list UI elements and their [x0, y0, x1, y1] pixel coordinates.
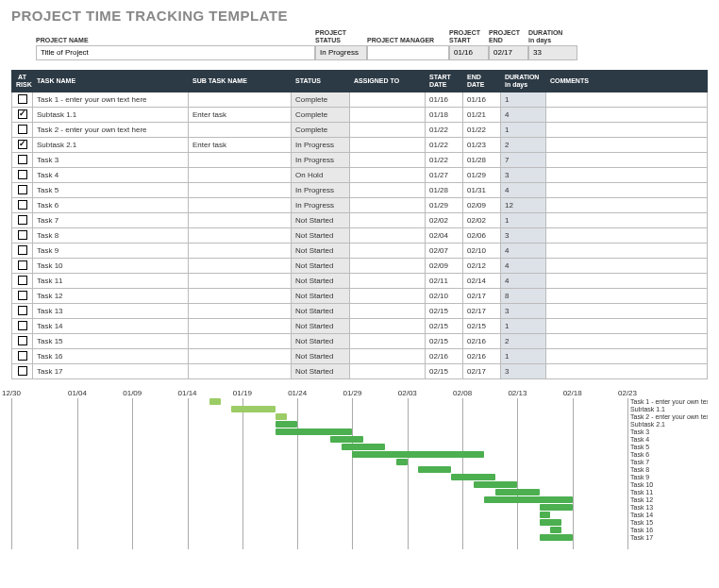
status-cell[interactable]: In Progress: [292, 182, 350, 197]
task-name-cell[interactable]: Task 12: [33, 288, 189, 303]
subtask-cell[interactable]: [189, 122, 292, 137]
assigned-cell[interactable]: [350, 348, 426, 363]
end-cell[interactable]: 01/28: [463, 152, 501, 167]
end-cell[interactable]: 01/31: [463, 182, 501, 197]
status-cell[interactable]: Not Started: [292, 318, 350, 333]
status-cell[interactable]: Not Started: [292, 288, 350, 303]
comments-cell[interactable]: [546, 318, 708, 333]
at-risk-cell[interactable]: [12, 348, 33, 363]
subtask-cell[interactable]: [189, 212, 292, 227]
checkbox-icon[interactable]: [18, 109, 27, 119]
comments-cell[interactable]: [546, 333, 708, 348]
end-cell[interactable]: 02/17: [463, 288, 501, 303]
comments-cell[interactable]: [546, 137, 708, 152]
at-risk-cell[interactable]: [12, 288, 33, 303]
at-risk-cell[interactable]: [12, 197, 33, 212]
status-cell[interactable]: Complete: [292, 92, 350, 107]
comments-cell[interactable]: [546, 303, 708, 318]
comments-cell[interactable]: [546, 273, 708, 288]
task-name-cell[interactable]: Subtask 2.1: [33, 137, 189, 152]
subtask-cell[interactable]: Enter task: [189, 137, 292, 152]
checkbox-icon[interactable]: [18, 336, 27, 345]
at-risk-cell[interactable]: [12, 258, 33, 273]
start-cell[interactable]: 01/29: [426, 197, 463, 212]
status-cell[interactable]: Not Started: [292, 348, 350, 363]
meta-value-name[interactable]: Title of Project: [36, 45, 315, 60]
task-name-cell[interactable]: Task 2 - enter your own text here: [33, 122, 189, 137]
task-name-cell[interactable]: Subtask 1.1: [33, 107, 189, 122]
subtask-cell[interactable]: [189, 288, 292, 303]
start-cell[interactable]: 01/22: [426, 137, 463, 152]
start-cell[interactable]: 01/28: [426, 182, 463, 197]
task-name-cell[interactable]: Task 6: [33, 197, 189, 212]
subtask-cell[interactable]: [189, 243, 292, 258]
start-cell[interactable]: 02/10: [426, 288, 463, 303]
end-cell[interactable]: 02/10: [463, 243, 501, 258]
assigned-cell[interactable]: [350, 137, 426, 152]
checkbox-icon[interactable]: [18, 94, 27, 104]
assigned-cell[interactable]: [350, 152, 426, 167]
at-risk-cell[interactable]: [12, 122, 33, 137]
end-cell[interactable]: 01/16: [463, 92, 501, 107]
assigned-cell[interactable]: [350, 243, 426, 258]
end-cell[interactable]: 02/16: [463, 348, 501, 363]
start-cell[interactable]: 01/27: [426, 167, 463, 182]
subtask-cell[interactable]: [189, 303, 292, 318]
status-cell[interactable]: In Progress: [292, 137, 350, 152]
assigned-cell[interactable]: [350, 318, 426, 333]
subtask-cell[interactable]: [189, 167, 292, 182]
assigned-cell[interactable]: [350, 212, 426, 227]
start-cell[interactable]: 02/15: [426, 318, 463, 333]
at-risk-cell[interactable]: [12, 182, 33, 197]
status-cell[interactable]: In Progress: [292, 152, 350, 167]
comments-cell[interactable]: [546, 243, 708, 258]
task-name-cell[interactable]: Task 5: [33, 182, 189, 197]
checkbox-icon[interactable]: [18, 215, 27, 225]
end-cell[interactable]: 02/16: [463, 333, 501, 348]
status-cell[interactable]: Not Started: [292, 303, 350, 318]
start-cell[interactable]: 02/11: [426, 273, 463, 288]
comments-cell[interactable]: [546, 107, 708, 122]
status-cell[interactable]: Complete: [292, 122, 350, 137]
start-cell[interactable]: 01/22: [426, 122, 463, 137]
status-cell[interactable]: Not Started: [292, 227, 350, 243]
checkbox-icon[interactable]: [18, 200, 27, 210]
comments-cell[interactable]: [546, 212, 708, 227]
comments-cell[interactable]: [546, 152, 708, 167]
checkbox-icon[interactable]: [18, 321, 27, 330]
comments-cell[interactable]: [546, 258, 708, 273]
start-cell[interactable]: 02/15: [426, 363, 463, 378]
task-name-cell[interactable]: Task 16: [33, 348, 189, 363]
meta-value-status[interactable]: In Progress: [315, 45, 367, 60]
end-cell[interactable]: 02/14: [463, 273, 501, 288]
subtask-cell[interactable]: [189, 258, 292, 273]
start-cell[interactable]: 02/15: [426, 303, 463, 318]
status-cell[interactable]: Not Started: [292, 258, 350, 273]
end-cell[interactable]: 01/22: [463, 122, 501, 137]
comments-cell[interactable]: [546, 288, 708, 303]
subtask-cell[interactable]: Enter task: [189, 107, 292, 122]
checkbox-icon[interactable]: [18, 155, 27, 164]
comments-cell[interactable]: [546, 182, 708, 197]
assigned-cell[interactable]: [350, 333, 426, 348]
start-cell[interactable]: 02/07: [426, 243, 463, 258]
comments-cell[interactable]: [546, 122, 708, 137]
task-name-cell[interactable]: Task 9: [33, 243, 189, 258]
subtask-cell[interactable]: [189, 197, 292, 212]
checkbox-icon[interactable]: [18, 276, 27, 285]
status-cell[interactable]: Complete: [292, 107, 350, 122]
assigned-cell[interactable]: [350, 363, 426, 378]
start-cell[interactable]: 02/16: [426, 348, 463, 363]
status-cell[interactable]: In Progress: [292, 197, 350, 212]
assigned-cell[interactable]: [350, 288, 426, 303]
start-cell[interactable]: 01/16: [426, 92, 463, 107]
checkbox-icon[interactable]: [18, 170, 27, 179]
comments-cell[interactable]: [546, 227, 708, 243]
checkbox-icon[interactable]: [18, 291, 27, 300]
end-cell[interactable]: 01/29: [463, 167, 501, 182]
assigned-cell[interactable]: [350, 258, 426, 273]
at-risk-cell[interactable]: [12, 273, 33, 288]
comments-cell[interactable]: [546, 197, 708, 212]
at-risk-cell[interactable]: [12, 227, 33, 243]
assigned-cell[interactable]: [350, 122, 426, 137]
